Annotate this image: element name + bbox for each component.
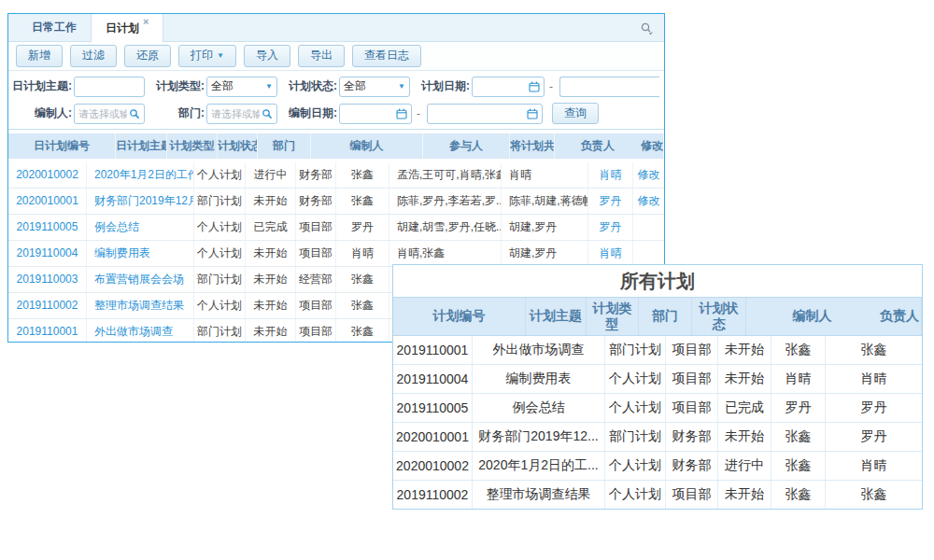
plan-status-value: 全部 xyxy=(344,78,366,94)
cell-subject: 2020年1月2日的工... xyxy=(473,452,605,480)
cell-type: 个人计划 xyxy=(605,394,666,422)
table-row: 2020010001 财务部门2019年12... 部门计划 财务部 未开始 张… xyxy=(393,423,922,452)
cell-status: 未开始 xyxy=(246,241,296,266)
toolbar-button[interactable]: 查看日志 xyxy=(352,45,421,67)
cell-type: 部门计划 xyxy=(605,423,666,451)
cell-dept: 项目部 xyxy=(666,365,718,393)
tab-daily-plan[interactable]: 日计划 × xyxy=(91,14,163,42)
cell-edit-link[interactable]: 修改 xyxy=(633,189,664,214)
search-icon[interactable] xyxy=(129,108,140,119)
cell-creator: 肖晴 xyxy=(336,241,389,266)
table-row: 2020010001 财务部门2019年12月的... 部门计划 未开始 财务部… xyxy=(8,189,664,215)
cell-subject[interactable]: 例会总结 xyxy=(87,215,194,240)
cell-type: 个人计划 xyxy=(605,365,666,393)
toolbar-button[interactable]: 过滤 xyxy=(70,45,117,67)
creator-input[interactable] xyxy=(78,108,127,119)
created-date-end-input[interactable] xyxy=(432,108,525,119)
cell-subject[interactable]: 财务部门2019年12月的... xyxy=(87,189,194,214)
magnifier-tool-icon[interactable] xyxy=(640,21,655,36)
cell-plan-id[interactable]: 2019110001 xyxy=(8,319,87,343)
toolbar-button-label: 还原 xyxy=(136,49,159,63)
tab-daily-work[interactable]: 日常工作 xyxy=(18,14,91,41)
creator-label: 编制人: xyxy=(12,105,72,121)
header-cell: 计划类型 xyxy=(587,298,639,335)
header-cell: 参与人 xyxy=(423,133,510,159)
calendar-icon[interactable] xyxy=(527,108,538,119)
plan-date-start-input[interactable] xyxy=(476,81,527,92)
toolbar-button[interactable]: 还原 xyxy=(124,45,171,67)
calendar-icon[interactable] xyxy=(396,108,407,119)
toolbar-button[interactable]: 导出 xyxy=(298,45,345,67)
cell-subject[interactable]: 布置营销展会会场 xyxy=(87,267,194,292)
cell-edit-link[interactable] xyxy=(633,215,664,240)
cell-plan-id: 2019110005 xyxy=(393,394,473,422)
dept-input[interactable] xyxy=(211,108,260,119)
cell-plan-id[interactable]: 2019110004 xyxy=(8,241,87,266)
cell-dept: 经营部 xyxy=(296,267,336,292)
all-plans-table-body: 2019110001 外出做市场调查 部门计划 项目部 未开始 张鑫 张鑫 20… xyxy=(393,336,922,510)
created-date-start-box xyxy=(339,104,412,124)
cell-edit-link[interactable]: 修改 xyxy=(633,162,664,188)
cell-type: 部门计划 xyxy=(194,189,246,214)
cell-plan-id[interactable]: 2020010002 xyxy=(8,162,87,188)
cell-status: 进行中 xyxy=(246,162,296,188)
header-cell: 计划状态 xyxy=(218,133,258,159)
creator-input-box xyxy=(74,104,145,124)
cell-creator: 张鑫 xyxy=(336,267,389,292)
cell-status: 未开始 xyxy=(246,319,296,343)
filter-row-1: 日计划主题: 计划类型: 全部 ▼ 计划状态: 全部 ▼ 计划日期: xyxy=(12,73,660,100)
toolbar-button-label: 打印 xyxy=(191,49,213,63)
chevron-down-icon: ▼ xyxy=(265,82,273,91)
cell-subject[interactable]: 编制费用表 xyxy=(87,241,194,266)
cell-owner[interactable]: 肖晴 xyxy=(588,241,633,266)
plan-type-select[interactable]: 全部 ▼ xyxy=(206,77,277,97)
table-row: 2020010002 2020年1月2日的工作日... 个人计划 进行中 财务部… xyxy=(8,162,664,189)
cell-subject[interactable]: 外出做市场调查 xyxy=(87,319,194,343)
cell-owner[interactable]: 罗丹 xyxy=(588,189,633,214)
cell-type: 个人计划 xyxy=(194,215,246,240)
cell-participants: 孟浩,王可可,肖晴,张鑫 xyxy=(389,162,502,188)
plan-subject-input[interactable] xyxy=(78,81,140,92)
cell-plan-id[interactable]: 2020010001 xyxy=(8,189,87,214)
cell-plan-id: 2019110004 xyxy=(393,365,473,393)
cell-participants: 胡建,胡雪,罗丹,任晓... xyxy=(389,215,502,240)
toolbar-button[interactable]: 导入 xyxy=(244,45,290,67)
plan-status-select[interactable]: 全部 ▼ xyxy=(339,77,410,97)
cell-subject: 财务部门2019年12... xyxy=(473,423,605,451)
cell-dept: 财务部 xyxy=(296,189,336,214)
plan-date-label: 计划日期: xyxy=(410,78,470,94)
toolbar-button[interactable]: 打印 ▼ xyxy=(178,45,236,67)
cell-plan-id[interactable]: 2019110005 xyxy=(8,215,87,240)
cell-subject[interactable]: 整理市场调查结果 xyxy=(87,293,194,318)
cell-status: 已完成 xyxy=(246,215,296,240)
search-button[interactable]: 查询 xyxy=(552,103,599,125)
close-icon[interactable]: × xyxy=(143,17,149,27)
cell-edit-link[interactable] xyxy=(633,241,664,266)
cell-dept: 项目部 xyxy=(666,481,718,509)
header-cell: 将计划共享给谁 xyxy=(510,133,555,159)
table-row: 2019110001 外出做市场调查 部门计划 项目部 未开始 张鑫 张鑫 xyxy=(393,336,922,365)
cell-status: 未开始 xyxy=(718,365,771,393)
all-plans-title: 所有计划 xyxy=(393,265,922,297)
cell-participants: 陈菲,罗丹,李若若,罗... xyxy=(389,189,502,214)
plan-date-end-input[interactable] xyxy=(564,81,656,92)
search-icon[interactable] xyxy=(262,108,273,119)
cell-owner[interactable]: 肖晴 xyxy=(588,162,633,188)
table-row: 2019110004 编制费用表 个人计划 未开始 项目部 肖晴 肖晴,张鑫 胡… xyxy=(8,241,664,267)
cell-subject[interactable]: 2020年1月2日的工作日... xyxy=(87,162,194,188)
cell-plan-id[interactable]: 2019110003 xyxy=(8,267,87,292)
header-cell: 计划主题 xyxy=(526,298,587,335)
cell-owner[interactable]: 罗丹 xyxy=(588,215,633,240)
cell-creator: 张鑫 xyxy=(336,319,389,343)
cell-dept: 项目部 xyxy=(296,319,336,343)
cell-plan-id[interactable]: 2019110002 xyxy=(8,293,87,318)
cell-status: 未开始 xyxy=(718,481,771,509)
created-date-start-input[interactable] xyxy=(344,108,394,119)
cell-share-to: 陈菲,胡建,蒋德帧,... xyxy=(502,189,588,214)
toolbar-button[interactable]: 新增 xyxy=(16,45,63,67)
cell-creator: 张鑫 xyxy=(336,293,389,318)
cell-type: 部门计划 xyxy=(194,319,246,343)
cell-subject: 编制费用表 xyxy=(473,365,605,393)
calendar-icon[interactable] xyxy=(529,81,540,92)
cell-dept: 项目部 xyxy=(296,215,336,240)
